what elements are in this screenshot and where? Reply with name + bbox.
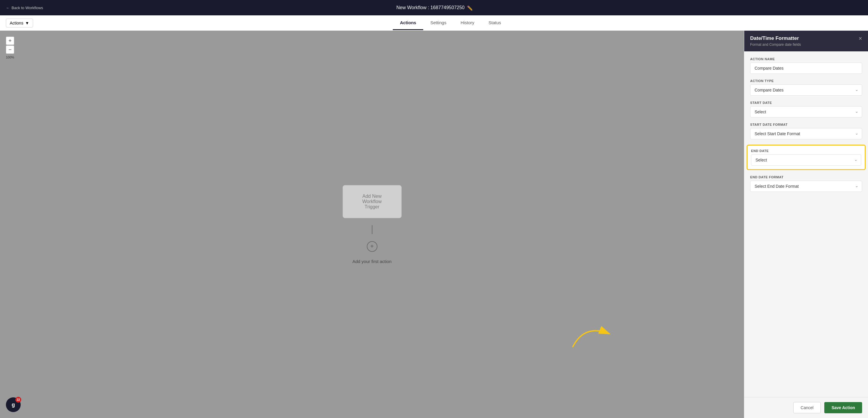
save-action-button[interactable]: Save Action xyxy=(824,402,862,413)
end-date-format-select[interactable]: Select End Date Format xyxy=(750,181,862,192)
panel-title: Date/Time Formatter xyxy=(750,35,801,41)
end-date-select[interactable]: Select xyxy=(751,154,861,166)
back-to-workflows-link[interactable]: ← Back to Workflows xyxy=(6,6,43,10)
end-date-format-select-wrapper: Select End Date Format xyxy=(750,181,862,192)
start-date-select[interactable]: Select xyxy=(750,106,862,118)
end-date-label: END DATE xyxy=(751,149,861,153)
tab-group: Actions Settings History Status xyxy=(393,16,508,30)
tab-settings[interactable]: Settings xyxy=(423,16,453,30)
panel-close-button[interactable]: × xyxy=(859,35,862,41)
start-date-field-group: START DATE Select xyxy=(750,101,862,118)
avatar-letter: g xyxy=(12,402,15,408)
zoom-out-button[interactable]: − xyxy=(6,45,14,54)
panel-body: ACTION NAME ACTION TYPE Compare Dates ST… xyxy=(744,51,868,397)
tab-history[interactable]: History xyxy=(453,16,482,30)
start-date-format-select-wrapper: Select Start Date Format xyxy=(750,128,862,139)
tab-actions[interactable]: Actions xyxy=(393,16,423,30)
actions-dropdown-label: Actions xyxy=(10,21,23,25)
nav-title: New Workflow : 1687749507250 ✏️ xyxy=(396,5,472,10)
back-link-label: Back to Workflows xyxy=(11,6,43,10)
end-date-select-wrapper: Select xyxy=(751,154,861,166)
zoom-in-button[interactable]: + xyxy=(6,37,14,45)
add-action-button[interactable]: + xyxy=(367,241,377,252)
trigger-box[interactable]: Add New Workflow Trigger xyxy=(343,185,402,218)
start-date-format-select[interactable]: Select Start Date Format xyxy=(750,128,862,139)
tab-status[interactable]: Status xyxy=(482,16,508,30)
end-date-format-label: END DATE FORMAT xyxy=(750,175,862,179)
avatar[interactable]: g 22 xyxy=(6,397,21,412)
action-name-input[interactable] xyxy=(750,63,862,74)
connector-line xyxy=(372,225,372,234)
panel-subtitle: Format and Compare date fields xyxy=(750,42,801,46)
add-first-action-label: Add your first action xyxy=(352,259,392,264)
panel-header: Date/Time Formatter Format and Compare d… xyxy=(744,31,868,51)
start-date-label: START DATE xyxy=(750,101,862,104)
start-date-format-label: START DATE FORMAT xyxy=(750,123,862,126)
plus-icon: + xyxy=(370,243,374,250)
action-type-select[interactable]: Compare Dates xyxy=(750,85,862,96)
start-date-format-field-group: START DATE FORMAT Select Start Date Form… xyxy=(750,123,862,139)
panel-footer: Cancel Save Action xyxy=(744,397,868,418)
end-date-format-field-group: END DATE FORMAT Select End Date Format xyxy=(750,175,862,192)
action-type-select-wrapper: Compare Dates xyxy=(750,85,862,96)
canvas-area: + − 100% Add New Workflow Trigger + Add … xyxy=(0,31,744,418)
avatar-badge: 22 xyxy=(16,397,21,403)
end-date-field-group: END DATE Select xyxy=(747,144,866,170)
actions-dropdown[interactable]: Actions ▼ xyxy=(6,19,33,28)
zoom-controls: + − 100% xyxy=(6,37,14,59)
panel-title-group: Date/Time Formatter Format and Compare d… xyxy=(750,35,801,46)
start-date-select-wrapper: Select xyxy=(750,106,862,118)
tab-bar: Actions ▼ Actions Settings History Statu… xyxy=(0,15,868,31)
action-name-field-group: ACTION NAME xyxy=(750,57,862,74)
right-panel: Date/Time Formatter Format and Compare d… xyxy=(744,31,868,418)
canvas-content: Add New Workflow Trigger + Add your firs… xyxy=(0,31,744,418)
cancel-button[interactable]: Cancel xyxy=(793,402,821,413)
edit-title-icon[interactable]: ✏️ xyxy=(467,5,472,10)
main-area: + − 100% Add New Workflow Trigger + Add … xyxy=(0,31,868,418)
workflow-title: New Workflow : 1687749507250 xyxy=(396,5,465,10)
trigger-box-text: Add New Workflow Trigger xyxy=(362,194,382,209)
zoom-level: 100% xyxy=(6,56,14,59)
back-arrow-icon: ← xyxy=(6,6,10,10)
action-name-label: ACTION NAME xyxy=(750,57,862,61)
dropdown-chevron-icon: ▼ xyxy=(25,21,29,25)
top-nav: ← Back to Workflows New Workflow : 16877… xyxy=(0,0,868,15)
action-type-field-group: ACTION TYPE Compare Dates xyxy=(750,79,862,96)
action-type-label: ACTION TYPE xyxy=(750,79,862,83)
